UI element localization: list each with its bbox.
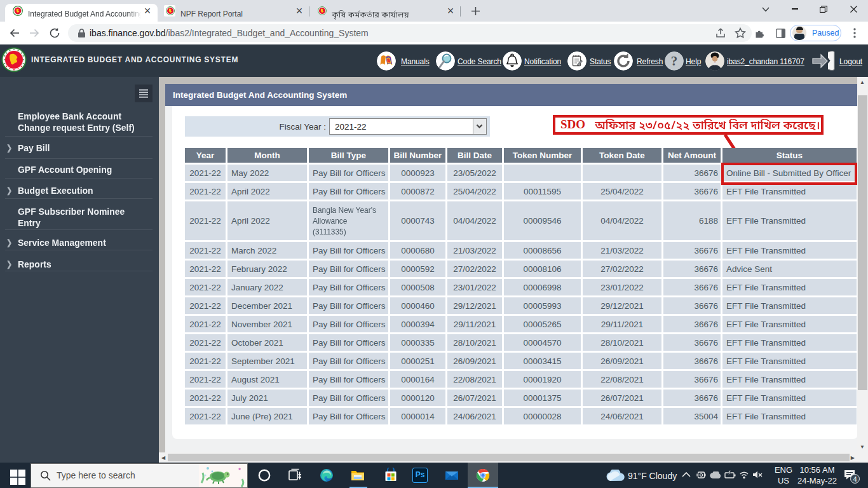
svg-text:?: ? bbox=[671, 53, 678, 69]
